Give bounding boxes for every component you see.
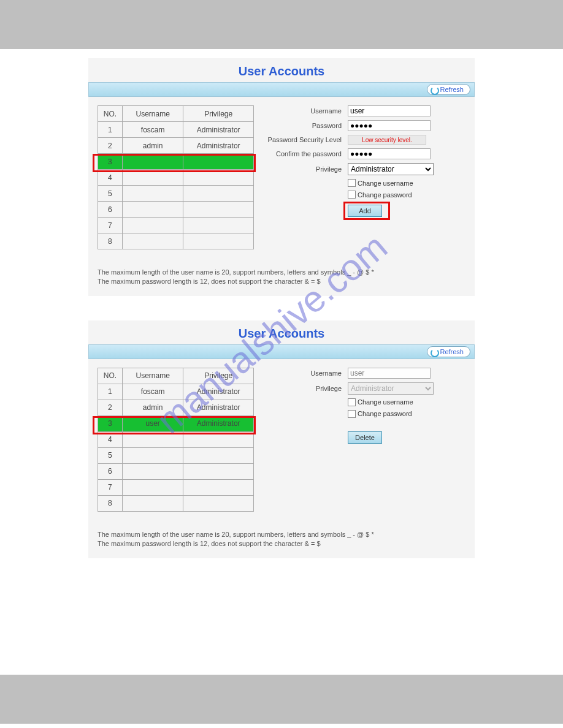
col-priv: Privilege — [183, 106, 254, 122]
col-no: NO. — [98, 106, 123, 122]
refresh-toolbar: Refresh — [88, 82, 475, 97]
table-row[interactable]: 5 — [98, 186, 254, 202]
note-line-2: The maximum password length is 12, does … — [98, 277, 465, 286]
username-input[interactable] — [348, 368, 431, 379]
panel-title: User Accounts — [88, 320, 475, 344]
col-user: Username — [122, 368, 183, 384]
table-row[interactable]: 1foscamAdministrator — [98, 384, 254, 400]
note-line-1: The maximum length of the user name is 2… — [98, 268, 465, 277]
change-username-label: Change username — [358, 398, 413, 406]
table-row[interactable]: 6 — [98, 202, 254, 218]
user-accounts-panel-1: User Accounts Refresh NO. Username Privi… — [88, 58, 475, 296]
table-row[interactable]: 7 — [98, 218, 254, 233]
change-username-checkbox[interactable] — [348, 398, 356, 406]
refresh-button[interactable]: Refresh — [427, 346, 470, 357]
username-input[interactable] — [348, 105, 431, 116]
username-label: Username — [265, 370, 348, 377]
table-row[interactable]: 2adminAdministrator — [98, 400, 254, 415]
confirm-password-label: Confirm the password — [265, 150, 348, 157]
change-password-label: Change password — [358, 191, 412, 199]
password-security-level: Low security level. — [348, 135, 426, 145]
table-header-row: NO. Username Privilege — [98, 368, 254, 384]
users-table: NO. Username Privilege 1foscamAdministra… — [98, 105, 254, 249]
psl-label: Password Security Level — [265, 136, 348, 143]
change-username-checkbox[interactable] — [348, 179, 356, 187]
privilege-select[interactable]: Administrator — [348, 382, 434, 395]
table-row-selected[interactable]: 3userAdministrator — [98, 415, 254, 431]
password-input[interactable] — [348, 120, 431, 131]
table-row[interactable]: 8 — [98, 233, 254, 249]
user-form: Username Privilege Administrator Change … — [265, 368, 465, 512]
confirm-password-input[interactable] — [348, 148, 431, 159]
col-no: NO. — [98, 368, 123, 384]
table-row-selected[interactable]: 3 — [98, 154, 254, 170]
panel-title: User Accounts — [88, 58, 475, 82]
privilege-label: Privilege — [265, 165, 348, 173]
change-password-label: Change password — [358, 410, 412, 417]
col-user: Username — [122, 106, 183, 122]
table-header-row: NO. Username Privilege — [98, 106, 254, 122]
table-row[interactable]: 1foscamAdministrator — [98, 122, 254, 138]
users-table: NO. Username Privilege 1foscamAdministra… — [98, 368, 254, 512]
add-button[interactable]: Add — [348, 205, 382, 217]
refresh-label: Refresh — [440, 86, 464, 93]
table-row[interactable]: 7 — [98, 479, 254, 495]
privilege-select[interactable]: Administrator — [348, 163, 434, 175]
password-label: Password — [265, 122, 348, 129]
change-password-checkbox[interactable] — [348, 410, 356, 418]
table-row[interactable]: 2adminAdministrator — [98, 138, 254, 154]
page-header-bar — [0, 0, 563, 49]
footnote: The maximum length of the user name is 2… — [88, 512, 475, 549]
delete-button[interactable]: Delete — [348, 431, 382, 444]
refresh-toolbar: Refresh — [88, 344, 475, 359]
change-username-label: Change username — [358, 180, 413, 187]
col-priv: Privilege — [183, 368, 254, 384]
user-form: Username Password Password Security Leve… — [265, 105, 465, 249]
footnote: The maximum length of the user name is 2… — [88, 249, 475, 287]
table-row[interactable]: 4 — [98, 431, 254, 447]
page-footer-bar — [0, 675, 563, 724]
table-row[interactable]: 4 — [98, 170, 254, 186]
note-line-2: The maximum password length is 12, does … — [98, 539, 465, 548]
username-label: Username — [265, 107, 348, 115]
user-accounts-panel-2: User Accounts Refresh NO. Username Privi… — [88, 320, 475, 558]
refresh-button[interactable]: Refresh — [427, 84, 470, 95]
note-line-1: The maximum length of the user name is 2… — [98, 530, 465, 539]
table-row[interactable]: 6 — [98, 463, 254, 479]
table-row[interactable]: 5 — [98, 447, 254, 463]
change-password-checkbox[interactable] — [348, 191, 356, 199]
refresh-label: Refresh — [440, 348, 464, 355]
table-row[interactable]: 8 — [98, 495, 254, 511]
privilege-label: Privilege — [265, 385, 348, 392]
